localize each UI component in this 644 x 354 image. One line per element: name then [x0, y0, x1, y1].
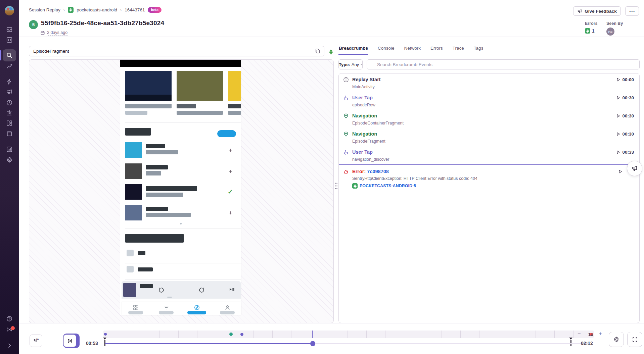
skip-to-end-button[interactable] [63, 335, 76, 347]
wireframe-bar [125, 104, 172, 108]
breadcrumb-separator: › [63, 7, 65, 12]
wireframe-section-title [125, 234, 184, 243]
type-filter-value: Any [352, 62, 359, 67]
error-description: SentryHttpClientException: HTTP Client E… [352, 176, 477, 181]
insights-chart-icon[interactable] [6, 146, 13, 153]
wireframe-page-dot [180, 223, 182, 224]
org-avatar[interactable] [5, 6, 14, 15]
event-title[interactable]: Replay Start [352, 77, 381, 82]
play-icon [618, 169, 623, 174]
wireframe-bar [140, 284, 153, 288]
player-settings-gear-button[interactable] [609, 332, 624, 347]
errors-count[interactable]: 1 [592, 28, 595, 34]
sidebar-expand-chevron-icon[interactable] [6, 342, 13, 349]
dom-search-input[interactable] [29, 46, 324, 56]
event-timestamp[interactable]: 00:30 [616, 113, 634, 118]
timeline-zoom-out-button[interactable]: − [578, 331, 581, 337]
breadcrumb-search-input[interactable] [367, 59, 640, 69]
event-description: episodeRow [352, 103, 375, 107]
breadcrumb-project[interactable]: pocketcasts-android [77, 7, 117, 12]
timeline-minimap[interactable] [103, 331, 594, 338]
more-options-button[interactable]: ⋯ [625, 6, 639, 16]
wireframe-divider [125, 228, 241, 229]
timeline-range-start-handle[interactable] [103, 338, 106, 340]
event-timestamp[interactable]: 00:30 [616, 95, 634, 100]
integrations-box-icon[interactable] [6, 130, 13, 137]
wireframe-nav-pill [220, 311, 235, 314]
search-icon[interactable] [6, 52, 13, 59]
wireframe-bar [146, 207, 168, 211]
wireframe-tile-strip [125, 95, 172, 101]
wireframe-tile [228, 71, 241, 101]
more-options-label: ⋯ [629, 8, 635, 15]
event-timestamp[interactable]: 00:30 [616, 132, 634, 137]
event-title[interactable]: Navigation [352, 113, 377, 118]
tab-network[interactable]: Network [404, 44, 421, 54]
scrubber-playhead-knob[interactable] [310, 341, 315, 346]
replays-clock-icon[interactable] [6, 99, 13, 106]
give-feedback-label: Give Feedback [585, 9, 616, 14]
wireframe-bar [146, 165, 168, 169]
event-timestamp[interactable]: 00:33 [616, 150, 634, 155]
event-title[interactable]: User Tap [352, 149, 373, 155]
error-id-link[interactable]: 7c098708 [367, 169, 389, 174]
event-description: navigation_discover [352, 157, 389, 162]
breadcrumb-replay-id[interactable]: 16443761 [125, 7, 145, 12]
tab-trace[interactable]: Trace [452, 44, 464, 54]
errors-count-row: 1 [585, 28, 595, 34]
minimap-playhead-line [312, 331, 313, 338]
tab-breadcrumbs[interactable]: Breadcrumbs [338, 44, 368, 55]
alerts-siren-icon[interactable] [6, 109, 13, 116]
dashboards-icon[interactable] [6, 120, 13, 127]
wireframe-thumb [125, 142, 142, 158]
type-filter-dropdown[interactable]: Type: Any [338, 59, 363, 69]
stats-icon[interactable] [6, 63, 13, 69]
android-platform-icon [328, 49, 334, 55]
give-feedback-button[interactable]: Give Feedback [573, 6, 621, 16]
event-time-text: 00:30 [622, 95, 634, 100]
page-title: 55f9fb16-25de-48ce-aa51-3db27b5e3024 [41, 19, 164, 27]
seen-by-label: Seen By [606, 21, 623, 26]
releases-lightning-icon[interactable] [6, 78, 13, 85]
event-timestamp[interactable]: 00:00 [616, 77, 634, 82]
feedback-widget-button[interactable] [627, 161, 642, 176]
event-time-text: 00:00 [622, 77, 634, 82]
wireframe-bar [146, 213, 191, 217]
wireframe-nav-pill-active [187, 311, 206, 314]
wireframe-mini-indicator [167, 297, 172, 298]
help-icon[interactable] [6, 315, 13, 322]
wireframe-check-icon: ✓ [228, 188, 233, 196]
wireframe-rewind-icon [158, 287, 165, 295]
type-filter-label: Type: [339, 62, 350, 67]
rewind-10-button[interactable]: 10 [30, 335, 42, 347]
timeline-range-end-handle[interactable] [569, 338, 572, 340]
timeline-zoom-in-button[interactable]: + [599, 331, 602, 337]
wireframe-plus-icon: + [229, 168, 232, 174]
beta-badge: beta [148, 7, 162, 13]
wireframe-mini-thumb [123, 283, 136, 297]
tab-errors[interactable]: Errors [430, 44, 443, 54]
errors-label: Errors [585, 21, 598, 26]
event-title[interactable]: User Tap [352, 95, 373, 100]
breadcrumb-section[interactable]: Session Replay [29, 7, 60, 12]
timeline-zoom-level[interactable]: 1x [588, 332, 593, 337]
issues-icon[interactable] [6, 26, 13, 33]
error-project-name: POCKETCASTS-ANDROID-5 [360, 184, 416, 188]
tab-tags[interactable]: Tags [473, 44, 484, 54]
settings-gear-icon[interactable] [6, 156, 13, 163]
megaphone-icon [577, 9, 582, 14]
user-feedback-megaphone-icon[interactable] [6, 89, 13, 95]
fullscreen-button[interactable] [627, 332, 642, 347]
projects-icon[interactable] [6, 37, 13, 43]
svg-text:10: 10 [36, 338, 39, 341]
wireframe-nav-pill [128, 311, 143, 314]
copy-icon[interactable] [314, 47, 322, 55]
event-description: EpisodeContainerFragment [352, 121, 404, 125]
error-project-link[interactable]: POCKETCASTS-ANDROID-5 [352, 183, 416, 189]
session-replay-page: Session Replay › pocketcasts-android › 1… [0, 0, 644, 354]
event-title[interactable]: Navigation [352, 131, 377, 137]
replay-age-text[interactable]: 2 days ago [47, 30, 67, 36]
tab-console[interactable]: Console [377, 44, 395, 54]
error-play-timestamp[interactable] [618, 169, 623, 174]
panel-resize-handle[interactable] [334, 181, 338, 191]
